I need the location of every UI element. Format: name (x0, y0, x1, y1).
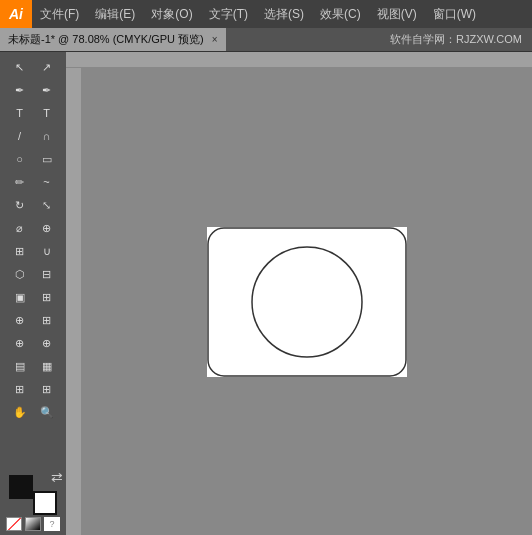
line-tool[interactable]: / (7, 125, 33, 147)
tab-right-label: 软件自学网：RJZXW.COM (380, 28, 532, 51)
menu-item-f[interactable]: 文件(F) (32, 0, 87, 28)
free-transform-tool[interactable]: ⊞ (7, 240, 33, 262)
scale-tool[interactable]: ⤡ (34, 194, 60, 216)
svg-point-1 (252, 247, 362, 357)
none-swatch-row: ? (6, 517, 60, 531)
color-section: ⇄ ? (0, 471, 66, 535)
blend-tool[interactable]: ⊕ (7, 332, 33, 354)
artboard-svg (207, 227, 407, 377)
unknown-swatch[interactable]: ? (44, 517, 60, 531)
zoom-tool[interactable]: 🔍 (34, 401, 60, 423)
tool-row: TT (0, 102, 66, 124)
ai-logo: Ai (0, 0, 32, 28)
menu-item-w[interactable]: 窗口(W) (425, 0, 484, 28)
slice-tool[interactable]: ⊞ (34, 378, 60, 400)
tool-row: ✒✒ (0, 79, 66, 101)
rect-tool[interactable]: ▭ (34, 148, 60, 170)
tool-row: ○▭ (0, 148, 66, 170)
ruler-horizontal (66, 52, 532, 68)
ruler-vertical (66, 68, 82, 535)
warp-tool[interactable]: ⌀ (7, 217, 33, 239)
tool-row: ✋🔍 (0, 401, 66, 423)
active-tab[interactable]: 未标题-1* @ 78.08% (CMYK/GPU 预览) × (0, 28, 226, 51)
shape-builder-tool[interactable]: ∪ (34, 240, 60, 262)
ruler-and-canvas (66, 68, 532, 535)
direct-select-tool[interactable]: ↗ (34, 56, 60, 78)
menu-item-c[interactable]: 效果(C) (312, 0, 369, 28)
tool-row: ⊕⊞ (0, 309, 66, 331)
none-swatch[interactable] (6, 517, 22, 531)
tool-row: ▣⊞ (0, 286, 66, 308)
menu-item-s[interactable]: 选择(S) (256, 0, 312, 28)
tab-label: 未标题-1* @ 78.08% (CMYK/GPU 预览) (8, 32, 204, 47)
main-area: ↖↗✒✒TT/∩○▭✏~↻⤡⌀⊕⊞∪⬡⊟▣⊞⊕⊞⊕⊕▤▦⊞⊞✋🔍 ⇄ ? (0, 52, 532, 535)
gradient-tool[interactable]: ▣ (7, 286, 33, 308)
title-bar: Ai 文件(F)编辑(E)对象(O)文字(T)选择(S)效果(C)视图(V)窗口… (0, 0, 532, 28)
smooth-tool[interactable]: ~ (34, 171, 60, 193)
tool-row: ✏~ (0, 171, 66, 193)
mesh-tool[interactable]: ⊟ (34, 263, 60, 285)
eyedropper-tool[interactable]: ⊕ (7, 309, 33, 331)
tool-row: ↖↗ (0, 56, 66, 78)
menu-bar: 文件(F)编辑(E)对象(O)文字(T)选择(S)效果(C)视图(V)窗口(W) (32, 0, 532, 28)
pen-tool[interactable]: ✒ (7, 79, 33, 101)
tool-row: ⊞⊞ (0, 378, 66, 400)
swap-colors-icon[interactable]: ⇄ (51, 469, 63, 485)
ellipse-tool[interactable]: ○ (7, 148, 33, 170)
arc-tool[interactable]: ∩ (34, 125, 60, 147)
gradient-swatch[interactable] (25, 517, 41, 531)
artboard-tool[interactable]: ⊞ (7, 378, 33, 400)
tool-row: ⊞∪ (0, 240, 66, 262)
rotate-tool[interactable]: ↻ (7, 194, 33, 216)
puppet-tool[interactable]: ⊕ (34, 217, 60, 239)
tool-row: ▤▦ (0, 355, 66, 377)
arrow-tool[interactable]: ↖ (7, 56, 33, 78)
perspective-tool[interactable]: ⬡ (7, 263, 33, 285)
artboard (207, 227, 407, 377)
menu-item-o[interactable]: 对象(O) (143, 0, 200, 28)
symbol-tool[interactable]: ⊕ (34, 332, 60, 354)
toolbar: ↖↗✒✒TT/∩○▭✏~↻⤡⌀⊕⊞∪⬡⊟▣⊞⊕⊞⊕⊕▤▦⊞⊞✋🔍 ⇄ ? (0, 52, 66, 535)
vertical-type-tool[interactable]: T (34, 102, 60, 124)
canvas-area (66, 52, 532, 535)
tab-bar: 未标题-1* @ 78.08% (CMYK/GPU 预览) × 软件自学网：RJ… (0, 28, 532, 52)
tool-row: ⌀⊕ (0, 217, 66, 239)
pencil-tool[interactable]: ✏ (7, 171, 33, 193)
canvas[interactable] (82, 68, 532, 535)
bar-graph-tool[interactable]: ▤ (7, 355, 33, 377)
menu-item-t[interactable]: 文字(T) (201, 0, 256, 28)
tool-row: ↻⤡ (0, 194, 66, 216)
tool-rows: ↖↗✒✒TT/∩○▭✏~↻⤡⌀⊕⊞∪⬡⊟▣⊞⊕⊞⊕⊕▤▦⊞⊞✋🔍 (0, 56, 66, 424)
menu-item-v[interactable]: 视图(V) (369, 0, 425, 28)
type-tool[interactable]: T (7, 102, 33, 124)
menu-item-e[interactable]: 编辑(E) (87, 0, 143, 28)
tool-row: ⬡⊟ (0, 263, 66, 285)
fill-stroke-swatches: ⇄ (9, 475, 57, 515)
stroke-swatch[interactable] (33, 491, 57, 515)
column-graph-tool[interactable]: ▦ (34, 355, 60, 377)
mesh-tool-tool[interactable]: ⊞ (34, 286, 60, 308)
tab-close-button[interactable]: × (212, 34, 218, 45)
add-anchor-tool[interactable]: ✒ (34, 79, 60, 101)
tool-row: /∩ (0, 125, 66, 147)
hand-tool[interactable]: ✋ (7, 401, 33, 423)
measure-tool[interactable]: ⊞ (34, 309, 60, 331)
tool-row: ⊕⊕ (0, 332, 66, 354)
fill-swatch[interactable] (9, 475, 33, 499)
